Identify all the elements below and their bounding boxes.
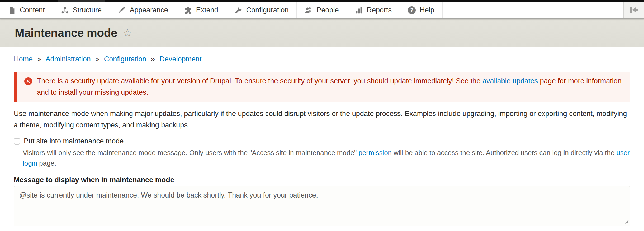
breadcrumb-link-administration[interactable]: Administration	[46, 55, 91, 63]
maintenance-mode-checkbox[interactable]	[14, 138, 20, 145]
maintenance-mode-label[interactable]: Put site into maintenance mode	[24, 137, 124, 145]
collapse-toolbar-icon	[629, 6, 639, 15]
help-icon: ?	[408, 6, 416, 14]
error-message-box: There is a security update available for…	[14, 72, 630, 102]
toolbar-item-appearance[interactable]: Appearance	[110, 2, 176, 18]
toolbar-item-extend[interactable]: Extend	[176, 2, 226, 18]
message-textarea-wrap: @site is currently under maintenance. We…	[14, 186, 630, 227]
configuration-icon	[234, 6, 242, 14]
toolbar-item-label: Content	[20, 6, 45, 14]
breadcrumb-separator: »	[95, 55, 99, 63]
collapse-toolbar-button[interactable]	[623, 2, 644, 18]
available-updates-link[interactable]: available updates	[482, 77, 538, 85]
admin-toolbar: Content Structure Appearance Extend Conf…	[0, 2, 644, 19]
breadcrumb-link-development[interactable]: Development	[159, 55, 201, 63]
favorite-star-icon[interactable]: ☆	[122, 27, 132, 38]
toolbar-item-reports[interactable]: Reports	[347, 2, 400, 18]
breadcrumb-separator: »	[151, 55, 155, 63]
toolbar-item-label: Structure	[73, 6, 102, 14]
toolbar-item-people[interactable]: People	[297, 2, 347, 18]
breadcrumb-link-home[interactable]: Home	[14, 55, 33, 63]
toolbar-item-help[interactable]: ? Help	[400, 2, 443, 18]
permission-link[interactable]: permission	[358, 149, 392, 157]
breadcrumb-separator: »	[37, 55, 41, 63]
maintenance-mode-description: Visitors will only see the maintenance m…	[14, 147, 630, 169]
extend-icon	[184, 6, 192, 14]
toolbar-item-structure[interactable]: Structure	[53, 2, 110, 18]
intro-paragraph: Use maintenance mode when making major u…	[14, 108, 630, 131]
people-icon	[305, 6, 312, 14]
description-text: Visitors will only see the maintenance m…	[23, 149, 358, 157]
reports-icon	[355, 6, 363, 14]
maintenance-message-textarea[interactable]: @site is currently under maintenance. We…	[14, 186, 630, 226]
breadcrumb-link-configuration[interactable]: Configuration	[104, 55, 146, 63]
admin-top-strip-active-segment	[58, 0, 105, 2]
maintenance-mode-row: Put site into maintenance mode	[14, 137, 630, 145]
admin-top-strip	[0, 0, 644, 2]
toolbar-item-label: Reports	[367, 6, 392, 14]
main-content: Home » Administration » Configuration » …	[0, 55, 644, 231]
structure-icon	[61, 6, 69, 14]
content-icon	[8, 6, 16, 14]
page-header: Maintenance mode ☆	[0, 19, 644, 47]
page-title: Maintenance mode	[15, 26, 117, 40]
toolbar-item-label: Extend	[196, 6, 218, 14]
appearance-icon	[118, 6, 126, 14]
toolbar-item-label: Help	[420, 6, 434, 14]
error-message-text: There is a security update available for…	[37, 75, 623, 98]
error-text-before: There is a security update available for…	[37, 77, 482, 85]
description-text: will be able to access the site. Authori…	[392, 149, 616, 157]
toolbar-item-content[interactable]: Content	[0, 2, 53, 18]
description-text: page.	[37, 159, 56, 167]
breadcrumb: Home » Administration » Configuration » …	[14, 55, 630, 63]
toolbar-item-configuration[interactable]: Configuration	[226, 2, 297, 18]
message-field-label: Message to display when in maintenance m…	[14, 176, 630, 184]
toolbar-item-label: Appearance	[130, 6, 168, 14]
toolbar-item-label: Configuration	[246, 6, 289, 14]
toolbar-item-label: People	[316, 6, 339, 14]
error-icon	[24, 77, 32, 85]
